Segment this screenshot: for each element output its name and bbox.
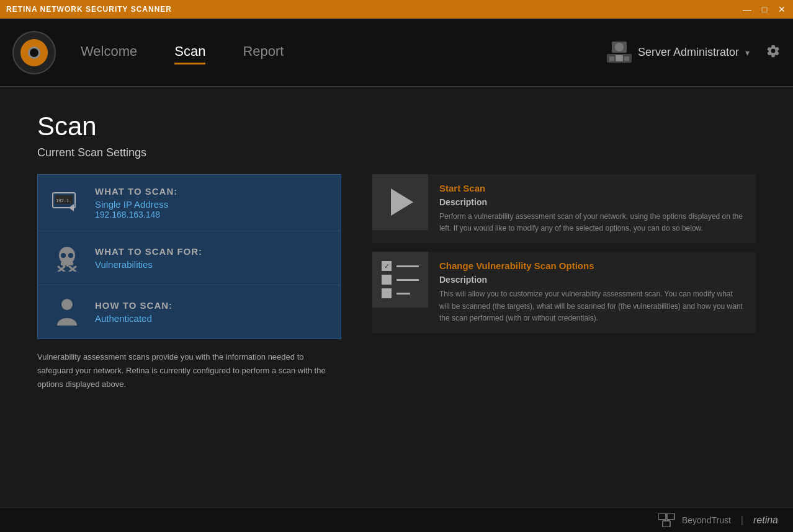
person-icon — [52, 296, 83, 327]
user-icon — [607, 40, 632, 65]
page-title: Scan — [37, 112, 756, 141]
svg-point-12 — [68, 253, 73, 258]
what-to-scan-for-content: WHAT TO SCAN FOR: Vulnerabilities — [95, 246, 202, 270]
user-dropdown-arrow[interactable]: ▾ — [745, 48, 750, 58]
ip-scan-icon: 192.1. — [52, 187, 83, 218]
scan-description: Vulnerability assessment scans provide y… — [37, 350, 335, 391]
left-panel: 192.1. WHAT TO SCAN: Single IP Address 1… — [37, 174, 341, 391]
check-line-2 — [396, 279, 419, 281]
how-to-scan-row[interactable]: HOW TO SCAN: Authenticated — [38, 285, 341, 339]
svg-rect-4 — [609, 56, 614, 61]
start-scan-title: Start Scan — [439, 183, 745, 193]
checklist-icon: ✓ — [382, 261, 419, 298]
footer: BeyondTrust | retina — [0, 507, 793, 532]
nav-scan[interactable]: Scan — [174, 40, 205, 64]
play-icon — [391, 188, 413, 216]
header: Welcome Scan Report Server Administrator… — [0, 19, 793, 87]
start-scan-card[interactable]: Start Scan Description Perform a vulnera… — [372, 174, 756, 243]
app-logo — [12, 31, 56, 74]
footer-brand-name: BeyondTrust — [682, 515, 731, 525]
skull-icon — [52, 242, 83, 273]
change-options-title: Change Vulnerability Scan Options — [439, 260, 745, 271]
what-to-scan-for-value[interactable]: Vulnerabilities — [95, 259, 202, 270]
what-to-scan-for-row[interactable]: WHAT TO SCAN FOR: Vulnerabilities — [38, 231, 341, 285]
titlebar-title: RETINA NETWORK SECURITY SCANNER — [6, 5, 172, 14]
change-options-icon-box: ✓ — [372, 252, 428, 308]
svg-marker-9 — [69, 204, 74, 211]
change-options-desc: This will allow you to customize your vu… — [439, 288, 745, 324]
main-content: Scan Current Scan Settings 192.1. — [0, 87, 793, 507]
scan-settings-card: 192.1. WHAT TO SCAN: Single IP Address 1… — [37, 174, 341, 339]
change-options-subtitle: Description — [439, 275, 745, 285]
what-to-scan-label: WHAT TO SCAN: — [95, 186, 177, 197]
content-row: 192.1. WHAT TO SCAN: Single IP Address 1… — [37, 174, 756, 391]
username-label: Server Administrator — [638, 46, 739, 59]
how-to-scan-value[interactable]: Authenticated — [95, 313, 172, 324]
change-options-card[interactable]: ✓ Change Vulnerabilit — [372, 252, 756, 333]
checklist-row-1: ✓ — [382, 261, 419, 271]
how-to-scan-label: HOW TO SCAN: — [95, 300, 172, 311]
svg-rect-3 — [616, 55, 623, 61]
nav-welcome[interactable]: Welcome — [81, 40, 137, 64]
footer-separator: | — [741, 515, 743, 526]
minimize-button[interactable]: — — [742, 4, 752, 14]
svg-point-20 — [61, 299, 73, 310]
check-line-1 — [396, 265, 419, 267]
right-panel: Start Scan Description Perform a vulnera… — [372, 174, 756, 333]
settings-gear-icon[interactable] — [766, 43, 781, 62]
main-nav: Welcome Scan Report — [81, 40, 607, 64]
checklist-row-3 — [382, 288, 419, 298]
check-line-3 — [396, 293, 410, 295]
check-box-2 — [382, 275, 392, 285]
start-scan-content: Start Scan Description Perform a vulnera… — [428, 174, 756, 243]
svg-rect-22 — [667, 513, 674, 520]
user-icon-area: Server Administrator ▾ — [607, 40, 750, 65]
how-to-scan-content: HOW TO SCAN: Authenticated — [95, 300, 172, 324]
what-to-scan-row[interactable]: 192.1. WHAT TO SCAN: Single IP Address 1… — [38, 175, 341, 231]
start-scan-subtitle: Description — [439, 197, 745, 207]
maximize-button[interactable]: □ — [759, 4, 769, 14]
svg-rect-23 — [663, 521, 670, 527]
what-to-scan-for-label: WHAT TO SCAN FOR: — [95, 246, 202, 257]
titlebar: RETINA NETWORK SECURITY SCANNER — □ ✕ — [0, 0, 793, 19]
svg-point-11 — [61, 253, 66, 258]
start-scan-desc: Perform a vulnerability assessment scan … — [439, 211, 745, 234]
svg-rect-21 — [658, 513, 666, 520]
logo-pupil — [28, 47, 40, 59]
footer-product-name: retina — [753, 515, 778, 526]
change-options-content: Change Vulnerability Scan Options Descri… — [428, 252, 756, 333]
svg-rect-5 — [624, 56, 629, 61]
what-to-scan-ip[interactable]: 192.168.163.148 — [95, 210, 177, 219]
logo-eye — [20, 39, 48, 66]
svg-point-2 — [615, 43, 624, 51]
what-to-scan-value[interactable]: Single IP Address — [95, 199, 177, 210]
nav-report[interactable]: Report — [243, 40, 284, 64]
svg-rect-15 — [61, 262, 73, 265]
check-box-3 — [382, 288, 392, 298]
check-box-1: ✓ — [382, 261, 392, 271]
beyondtrust-logo-icon — [658, 512, 676, 529]
close-button[interactable]: ✕ — [777, 4, 787, 14]
footer-brand: BeyondTrust | retina — [658, 512, 778, 529]
svg-text:192.1.: 192.1. — [56, 198, 71, 203]
user-area: Server Administrator ▾ — [607, 40, 781, 65]
section-title: Current Scan Settings — [37, 146, 756, 159]
start-scan-icon-box — [372, 174, 428, 230]
titlebar-controls: — □ ✕ — [742, 4, 787, 14]
checklist-row-2 — [382, 275, 419, 285]
what-to-scan-content: WHAT TO SCAN: Single IP Address 192.168.… — [95, 186, 177, 219]
